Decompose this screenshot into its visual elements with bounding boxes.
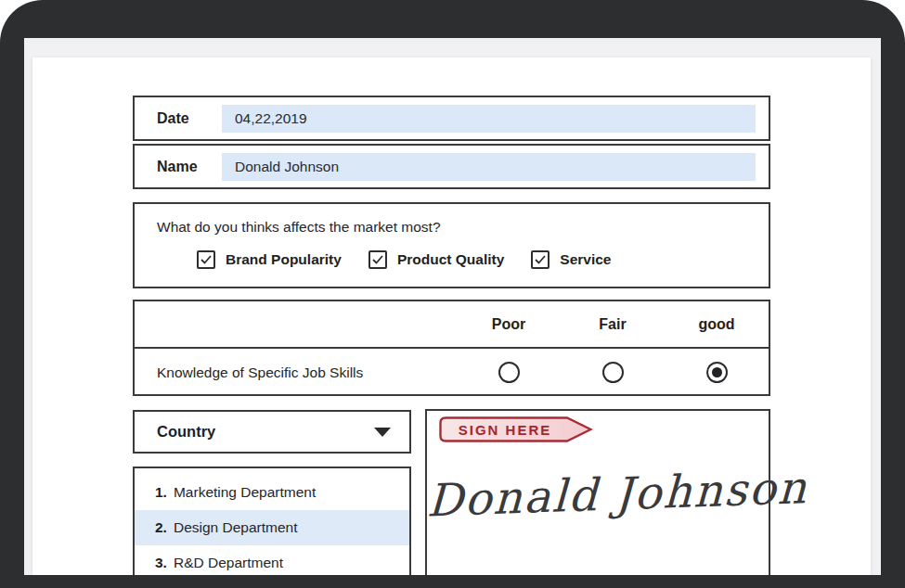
signature-panel[interactable]: SIGN HERE Donald Johnson: [425, 409, 770, 575]
list-item-marketing[interactable]: 1. Marketing Department: [135, 475, 409, 510]
check-icon: [200, 255, 212, 264]
list-item-label: Marketing Department: [174, 484, 316, 501]
rating-table: Poor Fair good Knowledge of Specific Job…: [133, 300, 770, 396]
list-item-label: R&D Department: [174, 555, 283, 571]
checkbox-checked[interactable]: [197, 250, 215, 269]
name-input[interactable]: Donald Johnson: [222, 153, 756, 181]
checkbox-checked[interactable]: [368, 250, 387, 269]
option-service[interactable]: Service: [531, 250, 611, 269]
rating-row-label: Knowledge of Specific Job Skills: [135, 364, 457, 381]
option-brand-popularity[interactable]: Brand Popularity: [197, 250, 342, 269]
check-icon: [535, 255, 546, 264]
list-item-number: 3.: [155, 555, 167, 571]
question-text: What do you thinks affects the market mo…: [157, 219, 441, 236]
date-input[interactable]: 04,22,2019: [222, 105, 756, 133]
country-dropdown[interactable]: Country: [133, 410, 411, 454]
device-screen: Date 04,22,2019 Name Donald Johnson What…: [24, 38, 881, 575]
option-label: Brand Popularity: [226, 251, 342, 268]
department-list: 1. Marketing Department 2. Design Depart…: [133, 467, 411, 575]
sign-here-label: SIGN HERE: [439, 422, 571, 438]
option-label: Product Quality: [397, 251, 504, 268]
column-header-good: good: [665, 316, 769, 333]
option-label: Service: [560, 251, 611, 268]
name-field-row: Name Donald Johnson: [133, 144, 770, 189]
list-item-design-selected[interactable]: 2. Design Department: [135, 510, 409, 545]
list-item-number: 2.: [155, 519, 167, 536]
column-header-fair: Fair: [561, 316, 665, 333]
option-product-quality[interactable]: Product Quality: [368, 250, 504, 269]
date-field-row: Date 04,22,2019: [133, 96, 770, 141]
market-question-section: What do you thinks affects the market mo…: [133, 202, 770, 288]
checkbox-options-row: Brand Popularity Product Quality Service: [197, 250, 611, 269]
check-icon: [372, 255, 383, 264]
radio-fair[interactable]: [602, 362, 624, 383]
name-label: Name: [135, 159, 222, 175]
signature-text: Donald Johnson: [426, 463, 769, 527]
list-item-label: Design Department: [174, 519, 298, 536]
list-item-number: 1.: [155, 484, 167, 501]
column-header-poor: Poor: [457, 316, 561, 333]
date-label: Date: [135, 110, 222, 127]
chevron-down-icon: [373, 427, 392, 438]
sign-here-badge[interactable]: SIGN HERE: [439, 416, 593, 442]
country-dropdown-label: Country: [135, 423, 373, 441]
radio-poor[interactable]: [498, 362, 520, 383]
radio-good-selected[interactable]: [706, 362, 728, 383]
checkbox-checked[interactable]: [531, 250, 549, 269]
rating-header-row: Poor Fair good: [135, 301, 769, 349]
rating-row: Knowledge of Specific Job Skills: [135, 349, 769, 396]
device-frame: Date 04,22,2019 Name Donald Johnson What…: [0, 0, 905, 588]
list-item-rd[interactable]: 3. R&D Department: [135, 545, 409, 575]
